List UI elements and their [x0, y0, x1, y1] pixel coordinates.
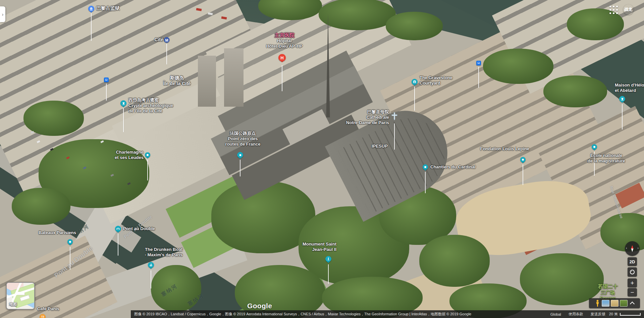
bridge-icon[interactable]	[115, 226, 121, 232]
camera-icon[interactable]	[412, 79, 418, 85]
pin-stem	[106, 84, 107, 101]
poi-label-conciergerie[interactable]: 巴黎古监狱	[96, 5, 120, 11]
poi-label-point-zero[interactable]: 法国公路原点Point zéro desroutes de France	[225, 131, 261, 147]
coverage-label: Global	[550, 312, 561, 316]
poi-label-ecole-magistrature[interactable]: École nationalede la magistrature	[588, 153, 625, 164]
terms-link[interactable]: 使用条款	[569, 312, 583, 317]
map-attribution-text: 图像 © 2019 IBCAO，Landsat / Copernicus，Goo…	[131, 312, 475, 317]
poi-label-cathedrale-notre-dame[interactable]: 巴黎圣母院CathédraleNotre-Dame de Paris	[346, 109, 389, 125]
dot-pin-icon[interactable]	[67, 239, 73, 245]
pin-stem	[151, 270, 151, 288]
obelisk-icon[interactable]	[325, 256, 331, 262]
pin-stem	[478, 67, 479, 88]
pin-stem	[91, 13, 92, 41]
poi-layer: 巴黎古监狱MCité斯德岛Île de la Cité西岱岛考古窦窖Crypte…	[0, 0, 644, 318]
bus-icon[interactable]	[476, 61, 481, 65]
poi-label-cafe-panis[interactable]: Café Panis	[37, 306, 59, 312]
expand-imagery-chevron-icon[interactable]	[630, 301, 634, 305]
scale-bar	[620, 313, 641, 316]
rotate-cw-icon[interactable]: ›	[637, 246, 639, 250]
zoom-in-button[interactable]: +	[628, 278, 637, 287]
poi-label-gravestone-courtyard[interactable]: The GravestoneCourtyard	[420, 75, 452, 86]
pin-stem	[123, 108, 124, 132]
minimap-label: 地图	[9, 302, 17, 307]
poi-label-maison-heloise-abelard[interactable]: Maison d'Héloet Abélard	[615, 83, 644, 93]
attribution-bar: 图像 © 2019 IBCAO，Landsat / Copernicus，Goo…	[131, 310, 644, 318]
bus-icon[interactable]	[104, 77, 109, 82]
boat-icon[interactable]	[148, 262, 154, 268]
restaurant-icon[interactable]	[40, 314, 46, 318]
pin-stem	[523, 164, 523, 185]
compass-needle-icon	[628, 244, 637, 253]
pin-stem	[622, 104, 623, 129]
pin-stem	[414, 87, 415, 111]
chevron-right-icon: ›	[2, 11, 4, 17]
metro-icon[interactable]: M	[164, 37, 170, 43]
map-canvas[interactable]: Pont au DoublePont au DoubleRue Chanoine…	[0, 0, 644, 318]
pegman-icon[interactable]	[595, 300, 600, 307]
poi-label-chantiers-du-cardinal[interactable]: Chantiers du Cardinal	[430, 164, 476, 170]
poi-label-charlemagne-leudes[interactable]: Charlemagneet ses Leudes	[115, 150, 144, 160]
imagery-toolbar	[589, 298, 640, 308]
pin-stem	[425, 172, 426, 193]
pin-stem	[166, 44, 167, 64]
pin-stem	[282, 65, 282, 91]
zoom-out-button[interactable]: −	[628, 288, 637, 297]
pin-stem	[147, 160, 148, 180]
map-scale: 20 米	[609, 312, 641, 317]
target-icon	[630, 270, 635, 274]
google-logo[interactable]: Google	[247, 302, 272, 310]
museum-icon[interactable]	[88, 6, 94, 12]
dot-pin-icon[interactable]	[592, 144, 597, 150]
poi-label-monument-jean-paul-ii[interactable]: Monument SaintJean-Paul II	[303, 242, 336, 252]
scale-text: 20 米	[609, 312, 618, 317]
pin-stem	[118, 233, 118, 256]
imagery-thumbnail-photo[interactable]	[602, 300, 609, 307]
church-cross-icon[interactable]	[391, 112, 398, 121]
feedback-link[interactable]: 发送反馈	[591, 312, 605, 317]
minimap-toggle[interactable]: 地图	[6, 282, 35, 310]
poi-label-bateaux-parisiens[interactable]: Bateaux Parisiens	[39, 230, 76, 235]
dot-pin-icon[interactable]	[423, 164, 428, 170]
pin-stem	[70, 247, 70, 270]
hospital-icon[interactable]: H	[278, 54, 286, 61]
dot-pin-icon[interactable]	[145, 152, 150, 158]
google-apps-grid-icon[interactable]	[609, 5, 619, 15]
poi-label-ile-de-la-cite[interactable]: 斯德岛Île de la Cité	[163, 75, 191, 87]
imagery-thumbnail-vegetation[interactable]	[620, 300, 628, 307]
dot-pin-icon[interactable]	[520, 157, 526, 162]
poi-label-crypte-archeologique[interactable]: 西岱岛考古窦窖Crypte archéologiquede l'île de l…	[128, 98, 173, 114]
account-avatar-badge[interactable]: 战龙	[623, 4, 634, 15]
poi-label-fondation-louis-lepine[interactable]: Fondation Louis Lepine	[480, 146, 530, 152]
castle-icon[interactable]	[120, 100, 126, 106]
sidebar-collapse-tab[interactable]: ›	[0, 6, 5, 22]
castle-icon[interactable]	[619, 96, 625, 102]
poi-label-ipesup[interactable]: IPESUP	[372, 144, 388, 149]
2d-view-button[interactable]: 2D	[628, 257, 637, 266]
milestone-icon[interactable]	[237, 152, 243, 158]
pin-stem	[394, 123, 395, 150]
imagery-thumbnail-terrain[interactable]	[611, 300, 619, 307]
my-location-button[interactable]	[628, 267, 637, 277]
compass-control[interactable]: ‹ ›	[625, 241, 640, 256]
poi-label-cite-metro[interactable]: Cité	[155, 37, 163, 43]
pin-stem	[240, 160, 240, 176]
pin-stem	[328, 264, 329, 284]
poi-label-hopital-hotel-dieu[interactable]: 主宫医院HôpitalHôtel-Dieu AP-HP	[266, 32, 303, 49]
rotate-ccw-icon[interactable]: ‹	[626, 246, 627, 250]
poi-label-drunken-boat-maxims[interactable]: The Drunken Boat- Maxim's de Paris	[145, 247, 183, 258]
poi-label-pont-au-double[interactable]: Pont au Double	[123, 226, 155, 231]
